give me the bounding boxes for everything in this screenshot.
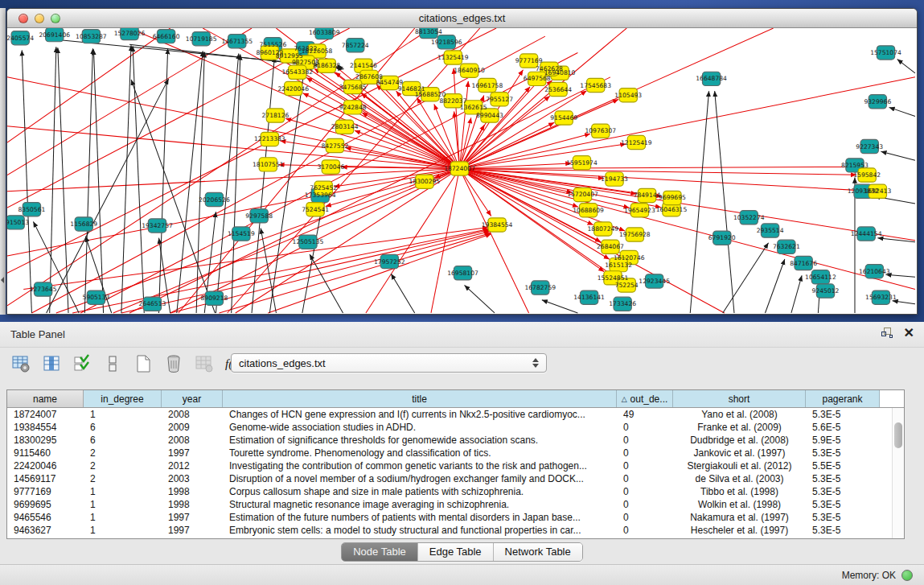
graph-edge[interactable] [310, 254, 343, 313]
network-window-titlebar[interactable]: citations_edges.txt [7, 9, 917, 28]
graph-edge[interactable] [133, 46, 144, 313]
table-row[interactable]: 1830029562008Estimation of significance … [7, 434, 904, 447]
collapsed-panel-strip[interactable] [0, 8, 6, 315]
table-cell-out_de[interactable]: 0 [617, 511, 673, 524]
table-cell-out_de[interactable]: 0 [617, 472, 673, 485]
table-cell-pagerank[interactable]: 5.6E-5 [806, 421, 880, 434]
graph-edge[interactable] [690, 91, 708, 313]
graph-edge[interactable] [459, 168, 915, 289]
table-cell-short[interactable]: Yano et al. (2008) [673, 408, 806, 421]
table-cell-name[interactable]: 9115460 [7, 447, 84, 459]
table-cell-name[interactable]: 9699695 [7, 498, 84, 511]
close-window-button[interactable] [18, 14, 28, 23]
table-cell-pagerank[interactable]: 5.3E-5 [806, 472, 880, 485]
graph-edge[interactable] [129, 77, 610, 313]
tab-edge-table[interactable]: Edge Table [418, 543, 494, 561]
table-cell-title[interactable]: Tourette syndrome. Phenomenology and cla… [223, 447, 617, 459]
table-cell-year[interactable]: 2009 [162, 421, 223, 434]
graph-edge[interactable] [877, 238, 915, 242]
table-cell-short[interactable]: Wolkin et al. (1998) [673, 498, 806, 511]
table-cell-year[interactable]: 1998 [162, 498, 223, 511]
table-cell-out_de[interactable]: 0 [617, 459, 673, 472]
graph-edge[interactable] [72, 229, 489, 313]
table-cell-short[interactable]: Tibbo et al. (1998) [673, 485, 806, 498]
table-cell-year[interactable]: 1997 [162, 511, 223, 524]
table-cell-title[interactable]: Estimation of significance thresholds fo… [223, 434, 617, 447]
table-cell-pagerank[interactable]: 5.3E-5 [806, 485, 880, 498]
table-cell-short[interactable]: Dudbridge et al. (2008) [673, 434, 806, 447]
network-canvas[interactable]: 2405574206914061085328715278026646616010… [7, 28, 917, 315]
table-cell-out_de[interactable]: 0 [617, 447, 673, 459]
graph-edge[interactable] [459, 168, 528, 313]
graph-edge[interactable] [881, 151, 915, 160]
column-header-year[interactable]: year [162, 390, 223, 407]
table-cell-title[interactable]: Changes of HCN gene expression and I(f) … [223, 408, 617, 421]
float-panel-icon[interactable] [881, 328, 893, 339]
table-cell-in_degree[interactable]: 2 [84, 472, 162, 485]
table-row[interactable]: 946554611997Estimation of the future num… [7, 511, 904, 524]
table-settings-button[interactable] [10, 352, 32, 375]
tab-node-table[interactable]: Node Table [342, 543, 418, 561]
table-row[interactable]: 1872400712008Changes of HCN gene express… [7, 408, 904, 421]
table-cell-name[interactable]: 18300295 [7, 434, 84, 447]
table-row[interactable]: 911546021997Tourette syndrome. Phenomeno… [7, 447, 904, 459]
table-cell-out_de[interactable]: 0 [617, 434, 673, 447]
table-cell-title[interactable]: Genome-wide association studies in ADHD. [223, 421, 617, 434]
graph-edge[interactable] [121, 45, 131, 313]
table-cell-year[interactable]: 2008 [162, 408, 223, 421]
table-cell-in_degree[interactable]: 1 [84, 498, 162, 511]
table-cell-title[interactable]: Investigating the contribution of common… [223, 459, 617, 472]
table-scrollbar[interactable] [892, 408, 904, 538]
delete-rows-button[interactable] [162, 352, 185, 375]
table-cell-title[interactable]: Embryonic stem cells: a model to study s… [223, 524, 617, 537]
table-cell-name[interactable]: 22420046 [7, 459, 84, 472]
table-row[interactable]: 977716911998Corpus callosum shape and si… [7, 485, 904, 498]
graph-edge[interactable] [715, 91, 734, 313]
table-cell-pagerank[interactable]: 5.9E-5 [806, 434, 880, 447]
column-header-out_de[interactable]: △out_de... [617, 390, 673, 407]
graph-edge[interactable] [542, 300, 578, 313]
graph-edge[interactable] [196, 51, 204, 313]
graph-edge[interactable] [33, 221, 79, 313]
table-cell-pagerank[interactable]: 5.3E-5 [806, 408, 880, 421]
table-row[interactable]: 2242004622012Investigating the contribut… [7, 459, 904, 472]
graph-edge[interactable] [459, 167, 844, 168]
table-cell-title[interactable]: Corpus callosum shape and size in male p… [223, 485, 617, 498]
table-cell-year[interactable]: 1997 [162, 524, 223, 537]
column-header-short[interactable]: short [673, 390, 806, 407]
graph-edge[interactable] [723, 243, 769, 313]
table-cell-pagerank[interactable]: 5.3E-5 [806, 524, 880, 537]
table-cell-year[interactable]: 1997 [162, 447, 223, 459]
table-row[interactable]: 946362711997Embryonic stem cells: a mode… [7, 524, 904, 537]
graph-edge[interactable] [893, 301, 915, 304]
table-cell-short[interactable]: de Silva et al. (2003) [673, 472, 806, 485]
graph-edge[interactable] [885, 274, 914, 277]
table-source-select[interactable]: citations_edges.txt [231, 353, 547, 373]
graph-edge[interactable] [766, 259, 785, 313]
table-cell-short[interactable]: Jankovic et al. (1997) [673, 447, 806, 459]
graph-edge[interactable] [889, 107, 915, 116]
table-cell-name[interactable]: 18724007 [7, 408, 84, 421]
table-cell-name[interactable]: 9465546 [7, 511, 84, 524]
graph-edge[interactable] [84, 48, 92, 313]
table-cell-out_de[interactable]: 0 [617, 498, 673, 511]
column-header-in_degree[interactable]: in_degree [84, 390, 162, 407]
table-cell-title[interactable]: Structural magnetic resonance image aver… [223, 498, 617, 511]
column-header-name[interactable]: name [7, 390, 84, 407]
table-cell-name[interactable]: 19384554 [7, 421, 84, 434]
table-cell-title[interactable]: Disruption of a novel member of a sodium… [223, 472, 617, 485]
tab-network-table[interactable]: Network Table [494, 543, 582, 561]
table-cell-in_degree[interactable]: 2 [84, 447, 162, 459]
table-cell-out_de[interactable]: 49 [617, 408, 673, 421]
table-cell-in_degree[interactable]: 1 [84, 511, 162, 524]
graph-edge[interactable] [791, 275, 802, 313]
table-scrollbar-thumb[interactable] [894, 422, 902, 448]
table-cell-name[interactable]: 9463627 [7, 524, 84, 537]
table-cell-pagerank[interactable]: 5.3E-5 [806, 498, 880, 511]
table-row[interactable]: 1456911722003Disruption of a novel membe… [7, 472, 904, 485]
table-cell-title[interactable]: Estimation of the future numbers of pati… [223, 511, 617, 524]
graph-edge[interactable] [50, 47, 56, 313]
graph-edge[interactable] [7, 77, 459, 169]
table-cell-short[interactable]: Hescheler et al. (1997) [673, 524, 806, 537]
rows-button[interactable] [101, 352, 124, 375]
